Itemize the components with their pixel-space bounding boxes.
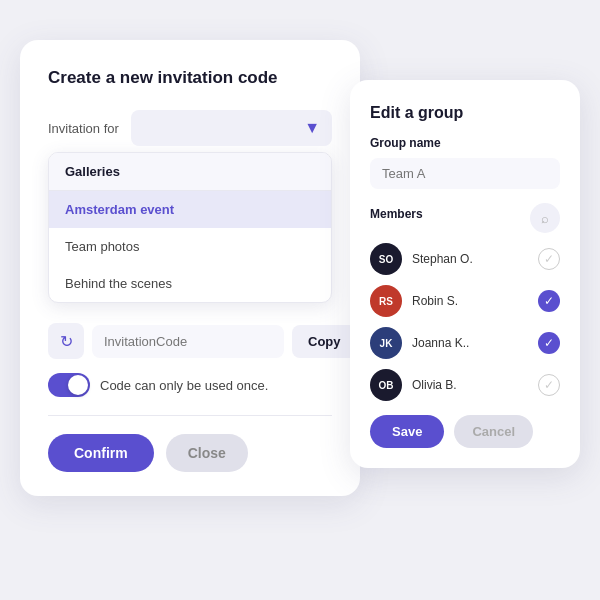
avatar-so: SO xyxy=(370,243,402,275)
member-name-joanna: Joanna K.. xyxy=(412,336,528,350)
member-row: OB Olivia B. ✓ xyxy=(370,369,560,401)
single-use-toggle[interactable] xyxy=(48,373,90,397)
search-icon: ⌕ xyxy=(541,211,549,226)
group-name-input[interactable] xyxy=(370,158,560,189)
dropdown-list: Galleries Amsterdam event Team photos Be… xyxy=(48,152,332,303)
toggle-thumb xyxy=(68,375,88,395)
avatar-jk: JK xyxy=(370,327,402,359)
group-card-title: Edit a group xyxy=(370,104,560,122)
members-header: Members ⌕ xyxy=(370,203,560,233)
avatar-ob: OB xyxy=(370,369,402,401)
close-button[interactable]: Close xyxy=(166,434,248,472)
check-stephan[interactable]: ✓ xyxy=(538,248,560,270)
invitation-for-dropdown[interactable]: ▼ xyxy=(131,110,332,146)
member-name-robin: Robin S. xyxy=(412,294,528,308)
avatar-rs: RS xyxy=(370,285,402,317)
check-olivia[interactable]: ✓ xyxy=(538,374,560,396)
member-row: JK Joanna K.. ✓ xyxy=(370,327,560,359)
dropdown-item-amsterdam[interactable]: Amsterdam event xyxy=(49,191,331,228)
toggle-row: Code can only be used once. xyxy=(48,373,332,416)
copy-button[interactable]: Copy xyxy=(292,325,357,358)
invitation-card: Create a new invitation code Invitation … xyxy=(20,40,360,496)
toggle-label: Code can only be used once. xyxy=(100,378,268,393)
invitation-for-label: Invitation for xyxy=(48,121,119,136)
refresh-icon: ↻ xyxy=(60,332,73,351)
member-name-stephan: Stephan O. xyxy=(412,252,528,266)
group-name-label: Group name xyxy=(370,136,560,150)
invitation-actions: Confirm Close xyxy=(48,434,332,472)
invitation-code-input[interactable] xyxy=(92,325,284,358)
cancel-button[interactable]: Cancel xyxy=(454,415,533,448)
edit-group-card: Edit a group Group name Members ⌕ SO Ste… xyxy=(350,80,580,468)
dropdown-item-team-photos[interactable]: Team photos xyxy=(49,228,331,265)
check-joanna[interactable]: ✓ xyxy=(538,332,560,354)
group-actions: Save Cancel xyxy=(370,415,560,448)
member-row: RS Robin S. ✓ xyxy=(370,285,560,317)
dropdown-arrow-icon: ▼ xyxy=(304,119,320,137)
invitation-card-title: Create a new invitation code xyxy=(48,68,332,88)
invitation-for-row: Invitation for ▼ xyxy=(48,110,332,146)
member-row: SO Stephan O. ✓ xyxy=(370,243,560,275)
code-row: ↻ Copy xyxy=(48,323,332,359)
save-button[interactable]: Save xyxy=(370,415,444,448)
members-search-button[interactable]: ⌕ xyxy=(530,203,560,233)
member-name-olivia: Olivia B. xyxy=(412,378,528,392)
dropdown-header: Galleries xyxy=(49,153,331,191)
refresh-button[interactable]: ↻ xyxy=(48,323,84,359)
members-list: SO Stephan O. ✓ RS Robin S. ✓ JK Joanna … xyxy=(370,243,560,401)
check-robin[interactable]: ✓ xyxy=(538,290,560,312)
dropdown-item-behind-scenes[interactable]: Behind the scenes xyxy=(49,265,331,302)
confirm-button[interactable]: Confirm xyxy=(48,434,154,472)
members-label: Members xyxy=(370,207,423,221)
